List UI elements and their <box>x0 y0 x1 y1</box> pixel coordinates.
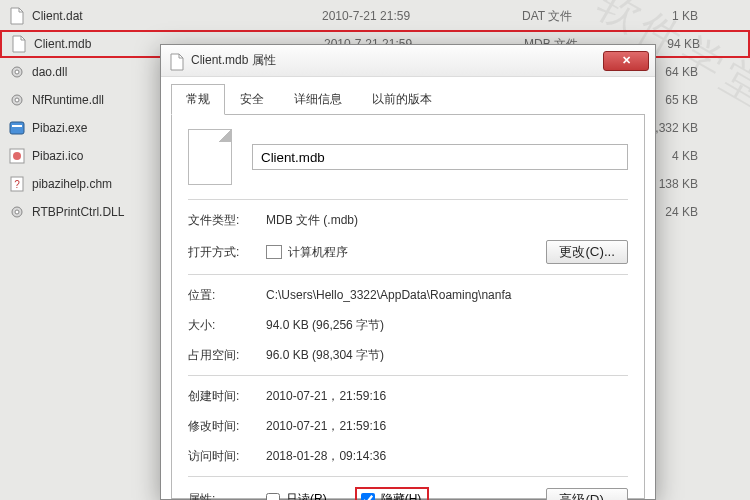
file-type-icon <box>8 203 26 221</box>
readonly-input[interactable] <box>266 493 280 501</box>
size-on-disk-value: 96.0 KB (98,304 字节) <box>266 347 628 364</box>
file-size: 1 KB <box>642 9 722 23</box>
application-icon <box>266 245 282 259</box>
tab-previous-versions[interactable]: 以前的版本 <box>357 84 447 115</box>
svg-point-7 <box>13 152 21 160</box>
tab-general[interactable]: 常规 <box>171 84 225 115</box>
separator <box>188 476 628 477</box>
tab-security[interactable]: 安全 <box>225 84 279 115</box>
location-value: C:\Users\Hello_3322\AppData\Roaming\nanf… <box>266 288 628 302</box>
accessed-label: 访问时间: <box>188 448 266 465</box>
file-type-icon: ? <box>8 175 26 193</box>
size-value: 94.0 KB (96,256 字节) <box>266 317 628 334</box>
hidden-label-text: 隐藏(H) <box>381 491 422 500</box>
general-tab-panel: 文件类型: MDB 文件 (.mdb) 打开方式: 计算机程序 更改(C)...… <box>171 115 645 499</box>
file-type: DAT 文件 <box>522 8 642 25</box>
created-label: 创建时间: <box>188 388 266 405</box>
file-type-icon <box>8 147 26 165</box>
file-name: Client.dat <box>32 9 322 23</box>
modified-value: 2010-07-21，21:59:16 <box>266 418 628 435</box>
open-with-value: 计算机程序 <box>266 244 546 261</box>
tab-details[interactable]: 详细信息 <box>279 84 357 115</box>
file-type-icon <box>8 119 26 137</box>
advanced-button[interactable]: 高级(D)... <box>546 488 628 501</box>
hidden-input[interactable] <box>361 493 375 501</box>
svg-point-1 <box>15 70 19 74</box>
change-button[interactable]: 更改(C)... <box>546 240 628 264</box>
svg-rect-4 <box>10 122 24 134</box>
separator <box>188 375 628 376</box>
attributes-label: 属性: <box>188 491 266 500</box>
svg-text:?: ? <box>14 179 20 190</box>
file-date: 2010-7-21 21:59 <box>322 9 522 23</box>
separator <box>188 199 628 200</box>
close-button[interactable]: ✕ <box>603 51 649 71</box>
file-type-value: MDB 文件 (.mdb) <box>266 212 628 229</box>
svg-point-3 <box>15 98 19 102</box>
file-size: 94 KB <box>644 37 724 51</box>
accessed-value: 2018-01-28，09:14:36 <box>266 448 628 465</box>
file-type-icon <box>10 35 28 53</box>
svg-rect-5 <box>12 125 22 127</box>
open-with-text: 计算机程序 <box>288 244 348 261</box>
dialog-title: Client.mdb 属性 <box>191 52 603 69</box>
filename-input[interactable] <box>252 144 628 170</box>
hidden-checkbox[interactable]: 隐藏(H) <box>355 487 430 500</box>
file-row[interactable]: Client.dat2010-7-21 21:59DAT 文件1 KB <box>0 2 750 30</box>
modified-label: 修改时间: <box>188 418 266 435</box>
close-icon: ✕ <box>622 54 631 67</box>
file-type-icon <box>8 63 26 81</box>
readonly-checkbox[interactable]: 只读(R) <box>266 491 327 500</box>
dialog-titlebar: Client.mdb 属性 ✕ <box>161 45 655 77</box>
file-type-icon <box>8 7 26 25</box>
created-value: 2010-07-21，21:59:16 <box>266 388 628 405</box>
file-type-label: 文件类型: <box>188 212 266 229</box>
size-on-disk-label: 占用空间: <box>188 347 266 364</box>
file-type-icon <box>8 91 26 109</box>
separator <box>188 274 628 275</box>
size-label: 大小: <box>188 317 266 334</box>
location-label: 位置: <box>188 287 266 304</box>
large-file-icon <box>188 129 232 185</box>
svg-point-11 <box>15 210 19 214</box>
readonly-label-text: 只读(R) <box>286 491 327 500</box>
properties-dialog: Client.mdb 属性 ✕ 常规安全详细信息以前的版本 文件类型: MDB … <box>160 44 656 500</box>
tab-strip: 常规安全详细信息以前的版本 <box>171 83 645 115</box>
open-with-label: 打开方式: <box>188 244 266 261</box>
document-icon <box>169 53 185 69</box>
